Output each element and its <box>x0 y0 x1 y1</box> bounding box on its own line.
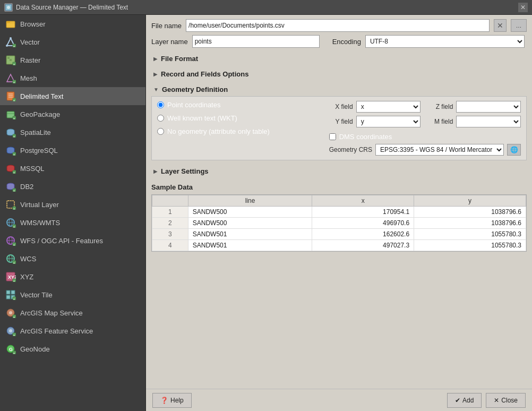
layer-settings-title: Layer Settings <box>161 167 209 175</box>
sidebar-item-wfs-ogc[interactable]: +WFS / OGC API - Features <box>0 232 145 250</box>
sidebar-label-wcs: WCS <box>20 255 36 263</box>
db2-icon: + <box>5 181 16 192</box>
sidebar-item-spatialite[interactable]: +SpatiaLite <box>0 123 145 141</box>
sidebar-item-postgresql[interactable]: +PostgreSQL <box>0 141 145 159</box>
svg-rect-64 <box>6 295 10 299</box>
sidebar-item-db2[interactable]: +DB2 <box>0 177 145 195</box>
y-field-label: Y field <box>329 118 353 125</box>
close-button[interactable]: ✕ <box>518 3 528 12</box>
svg-text:+: + <box>13 243 15 246</box>
sidebar-item-arcgis-feature[interactable]: +ArcGIS Feature Service <box>0 322 145 340</box>
sidebar-item-virtual-layer[interactable]: +Virtual Layer <box>0 195 145 213</box>
svg-text:+: + <box>13 261 15 264</box>
clear-filename-button[interactable]: ✕ <box>494 19 507 32</box>
geometry-grid: Point coordinates Well known text (WKT) … <box>157 101 521 156</box>
svg-rect-12 <box>10 59 12 61</box>
sidebar-item-arcgis-map[interactable]: +ArcGIS Map Service <box>0 304 145 322</box>
add-button[interactable]: ✔ Add <box>447 393 482 408</box>
col-num <box>152 195 188 207</box>
sidebar-label-arcgis-map: ArcGIS Map Service <box>20 309 83 317</box>
wkt-radio[interactable] <box>157 115 164 122</box>
x-field-row: X field xyzmlineSANDW500SANDW501 Z field… <box>329 101 521 113</box>
record-fields-section: ▶ Record and Fields Options <box>151 67 527 81</box>
titlebar: Data Source Manager — Delimited Text ✕ <box>0 0 532 15</box>
sample-table-head: line x y <box>152 195 526 207</box>
browse-button[interactable]: … <box>511 19 527 32</box>
layername-input[interactable] <box>192 35 320 48</box>
m-field-label: M field <box>429 118 453 125</box>
svg-line-16 <box>7 74 11 82</box>
sidebar-item-vector[interactable]: +Vector <box>0 33 145 51</box>
sidebar-item-xyz[interactable]: XYZ+XYZ <box>0 268 145 286</box>
wkt-label: Well known text (WKT) <box>167 114 237 122</box>
sidebar-label-wfs-ogc: WFS / OGC API - Features <box>20 237 103 245</box>
sidebar-item-mssql[interactable]: +MSSQL <box>0 159 145 177</box>
geometry-header[interactable]: ▼ Geometry Definition <box>151 83 527 96</box>
dms-checkbox[interactable] <box>329 133 336 140</box>
crs-select[interactable]: EPSG:3395 - WGS 84 / World Mercator <box>375 144 504 156</box>
table-row: 2SANDW500496970.61038796.6 <box>152 218 526 229</box>
sidebar-label-virtual-layer: Virtual Layer <box>20 201 59 209</box>
file-format-title: File Format <box>161 55 198 63</box>
help-button[interactable]: ❓ Help <box>152 393 192 408</box>
col-y: y <box>414 195 526 207</box>
app-icon <box>4 3 13 12</box>
record-fields-arrow: ▶ <box>153 71 158 77</box>
svg-text:+: + <box>13 153 15 156</box>
xyz-icon: XYZ+ <box>5 271 16 282</box>
sidebar-item-delimited-text[interactable]: +Delimited Text <box>0 87 145 105</box>
row-num: 3 <box>152 229 188 240</box>
row-line: SANDW500 <box>188 218 312 229</box>
x-field-label: X field <box>329 103 353 110</box>
crs-globe-button[interactable]: 🌐 <box>507 144 521 156</box>
sidebar-item-wms-wmts[interactable]: +WMS/WMTS <box>0 213 145 232</box>
layername-row: Layer name Encoding UTF-8UTF-16ISO-8859-… <box>151 35 527 48</box>
y-field-select[interactable]: xyzmlineSANDW500SANDW501 <box>356 116 421 127</box>
sidebar-item-geopackage[interactable]: +GeoPackage <box>0 105 145 123</box>
row-num: 1 <box>152 207 188 218</box>
sample-table-wrapper: line x y 1SANDW500170954.11038796.62SAND… <box>151 194 527 252</box>
m-field-select[interactable]: xyzmlineSANDW500SANDW501 <box>456 116 521 127</box>
sidebar-item-browser[interactable]: Browser <box>0 15 145 33</box>
record-fields-header[interactable]: ▶ Record and Fields Options <box>151 67 527 81</box>
checkmark-icon: ✔ <box>455 397 460 404</box>
x-field-select[interactable]: xyzmlineSANDW500SANDW501 <box>356 101 421 113</box>
footer-right: ✔ Add ✕ Close <box>447 393 526 408</box>
sidebar-item-vector-tile[interactable]: +Vector Tile <box>0 286 145 304</box>
geopackage-icon: + <box>5 109 16 119</box>
sidebar-item-mesh[interactable]: +Mesh <box>0 69 145 87</box>
arcgismap-icon: + <box>5 307 16 318</box>
row-line: SANDW501 <box>188 229 312 240</box>
sidebar-label-geopackage: GeoPackage <box>20 110 60 118</box>
svg-text:+: + <box>13 135 15 138</box>
col-line: line <box>188 195 312 207</box>
sidebar-item-wcs[interactable]: +WCS <box>0 250 145 268</box>
z-field-select[interactable]: xyzmlineSANDW500SANDW501 <box>456 101 521 113</box>
sidebar-item-geonode[interactable]: G+GeoNode <box>0 340 145 358</box>
sidebar-label-db2: DB2 <box>20 183 33 191</box>
sidebar-label-arcgis-feature: ArcGIS Feature Service <box>20 327 93 335</box>
spatialite-icon: + <box>5 127 16 138</box>
sidebar-item-raster[interactable]: +Raster <box>0 51 145 69</box>
geometry-right: X field xyzmlineSANDW500SANDW501 Z field… <box>329 101 521 156</box>
arcgisfeat-icon: + <box>5 326 16 336</box>
point-coords-radio[interactable] <box>157 101 164 108</box>
sidebar-label-raster: Raster <box>20 56 40 64</box>
no-geometry-radio[interactable] <box>157 128 164 135</box>
row-x: 162602.6 <box>312 229 414 240</box>
vector-icon: + <box>5 37 16 47</box>
wcs-icon: + <box>5 253 16 264</box>
close-dialog-button[interactable]: ✕ Close <box>486 393 526 408</box>
geometry-title: Geometry Definition <box>162 85 228 93</box>
sample-table-body: 1SANDW500170954.11038796.62SANDW50049697… <box>152 207 526 251</box>
file-format-header[interactable]: ▶ File Format <box>151 52 527 65</box>
row-line: SANDW500 <box>188 207 312 218</box>
close-label: Close <box>501 397 518 404</box>
sample-data-section: Sample Data line x y <box>151 180 527 252</box>
filename-input[interactable] <box>186 19 490 32</box>
encoding-select[interactable]: UTF-8UTF-16ISO-8859-1ASCII <box>365 35 525 48</box>
svg-text:+: + <box>13 117 15 119</box>
sidebar-label-spatialite: SpatiaLite <box>20 129 51 136</box>
sidebar-label-mssql: MSSQL <box>20 165 45 173</box>
layer-settings-header[interactable]: ▶ Layer Settings <box>151 165 527 178</box>
